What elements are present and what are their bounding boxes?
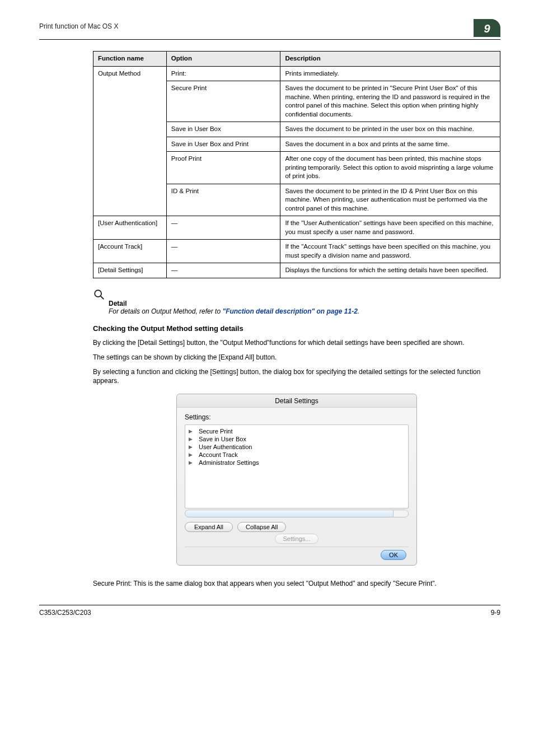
list-item-label: Account Track bbox=[199, 451, 238, 458]
th-description: Description bbox=[280, 52, 500, 67]
detail-settings-dialog: Detail Settings Settings: ▶Secure Print … bbox=[176, 394, 417, 566]
opt-cell: — bbox=[166, 263, 280, 278]
desc-cell: Saves the document to be printed in the … bbox=[280, 184, 500, 216]
chapter-number: 9 bbox=[484, 22, 490, 35]
dialog-separator bbox=[185, 547, 409, 547]
list-item-label: User Authentication bbox=[199, 444, 252, 450]
list-item[interactable]: ▶Save in User Box bbox=[189, 435, 405, 443]
detail-label: Detail bbox=[109, 300, 500, 307]
settings-label: Settings: bbox=[185, 413, 409, 421]
list-item[interactable]: ▶User Authentication bbox=[189, 443, 405, 451]
fn-user-auth: [User Authentication] bbox=[93, 216, 167, 240]
detail-text-suffix: . bbox=[358, 307, 359, 315]
opt-cell: Save in User Box bbox=[166, 122, 280, 137]
svg-line-1 bbox=[101, 296, 104, 300]
detail-callout: Detail For details on Output Method, ref… bbox=[93, 287, 500, 315]
list-item-label: Secure Print bbox=[199, 428, 233, 435]
body-para: Secure Print: This is the same dialog bo… bbox=[93, 579, 500, 588]
options-table: Function name Option Description Output … bbox=[93, 51, 500, 278]
desc-cell: Displays the functions for which the set… bbox=[280, 263, 500, 278]
fn-detail-settings: [Detail Settings] bbox=[93, 263, 167, 278]
fn-account-track: [Account Track] bbox=[93, 240, 167, 263]
detail-link[interactable]: "Function detail description" on page 11… bbox=[222, 307, 357, 315]
settings-button[interactable]: Settings... bbox=[275, 534, 319, 544]
disclosure-icon[interactable]: ▶ bbox=[189, 444, 194, 450]
settings-list[interactable]: ▶Secure Print ▶Save in User Box ▶User Au… bbox=[185, 424, 409, 508]
opt-cell: Proof Print bbox=[166, 152, 280, 184]
desc-cell: If the "Account Track" settings have bee… bbox=[280, 240, 500, 263]
ok-button[interactable]: OK bbox=[381, 550, 406, 560]
list-item[interactable]: ▶Account Track bbox=[189, 451, 405, 459]
opt-cell: Print: bbox=[166, 66, 280, 81]
running-head: Print function of Mac OS X bbox=[39, 19, 118, 30]
disclosure-icon[interactable]: ▶ bbox=[189, 436, 194, 442]
desc-cell: If the "User Authentication" settings ha… bbox=[280, 216, 500, 240]
footer-left: C353/C253/C203 bbox=[39, 609, 91, 617]
header-rule bbox=[39, 39, 500, 40]
desc-cell: After one copy of the document has been … bbox=[280, 152, 500, 184]
chapter-corner: 9 bbox=[474, 19, 500, 37]
footer-right: 9-9 bbox=[491, 609, 500, 617]
list-item[interactable]: ▶Administrator Settings bbox=[189, 459, 405, 466]
body-para: By selecting a function and clicking the… bbox=[93, 367, 500, 385]
fn-output-method: Output Method bbox=[93, 66, 167, 216]
opt-cell: ID & Print bbox=[166, 184, 280, 216]
desc-cell: Saves the document in a box and prints a… bbox=[280, 137, 500, 152]
list-item-label: Administrator Settings bbox=[199, 459, 259, 466]
opt-cell: Secure Print bbox=[166, 81, 280, 122]
th-option: Option bbox=[166, 52, 280, 67]
horizontal-scrollbar[interactable] bbox=[185, 510, 409, 517]
desc-cell: Prints immediately. bbox=[280, 66, 500, 81]
section-heading: Checking the Output Method setting detai… bbox=[93, 324, 500, 333]
expand-all-button[interactable]: Expand All bbox=[185, 522, 233, 532]
th-function: Function name bbox=[93, 52, 167, 67]
disclosure-icon[interactable]: ▶ bbox=[189, 428, 194, 434]
collapse-all-button[interactable]: Collapse All bbox=[237, 522, 286, 532]
disclosure-icon[interactable]: ▶ bbox=[189, 460, 194, 465]
body-para: The settings can be shown by clicking th… bbox=[93, 353, 500, 362]
opt-cell: — bbox=[166, 240, 280, 263]
dialog-title: Detail Settings bbox=[177, 394, 416, 408]
desc-cell: Saves the document to be printed in "Sec… bbox=[280, 81, 500, 122]
magnifier-icon bbox=[93, 288, 105, 303]
list-item[interactable]: ▶Secure Print bbox=[189, 427, 405, 435]
detail-text-prefix: For details on Output Method, refer to bbox=[109, 307, 222, 315]
body-para: By clicking the [Detail Settings] button… bbox=[93, 338, 500, 347]
desc-cell: Saves the document to be printed in the … bbox=[280, 122, 500, 137]
svg-point-0 bbox=[95, 290, 101, 297]
list-item-label: Save in User Box bbox=[199, 436, 246, 442]
opt-cell: — bbox=[166, 216, 280, 240]
disclosure-icon[interactable]: ▶ bbox=[189, 452, 194, 458]
opt-cell: Save in User Box and Print bbox=[166, 137, 280, 152]
